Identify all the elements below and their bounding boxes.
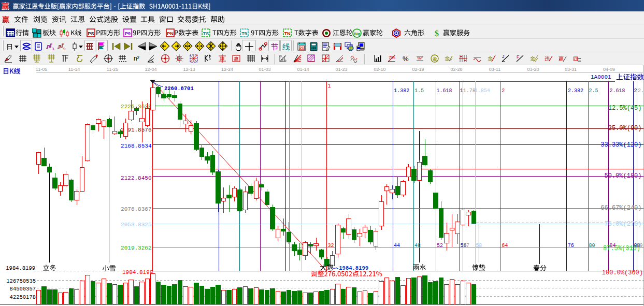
svg-text:2053.8325: 2053.8325 — [121, 222, 151, 228]
svg-text:1.78: 1.78 — [463, 88, 476, 94]
svg-text:89: 89 — [637, 243, 643, 249]
svg-text:03-20: 03-20 — [527, 67, 539, 72]
svg-text:11-05: 11-05 — [36, 67, 47, 72]
svg-text:01-23: 01-23 — [335, 67, 347, 72]
svg-text:1984.8199: 1984.8199 — [6, 265, 35, 271]
svg-text:02-28: 02-28 — [450, 67, 462, 72]
svg-text:12.5%(45): 12.5%(45) — [608, 105, 642, 112]
svg-text:03-11: 03-11 — [489, 67, 500, 72]
svg-text:2122.8450: 2122.8450 — [121, 175, 151, 181]
svg-text:80: 80 — [589, 243, 595, 249]
svg-text:04-09: 04-09 — [603, 67, 615, 72]
svg-text:1.854: 1.854 — [475, 88, 490, 94]
svg-text:126750535: 126750535 — [6, 278, 36, 284]
svg-text:76: 76 — [568, 243, 574, 249]
svg-text:11-14: 11-14 — [68, 67, 80, 72]
svg-text:2.382: 2.382 — [568, 88, 583, 94]
svg-text:2.: 2. — [638, 88, 644, 94]
svg-text:-1984.8199: -1984.8199 — [336, 265, 368, 271]
svg-text:84500357: 84500357 — [10, 286, 36, 292]
svg-text:12-04: 12-04 — [145, 67, 156, 72]
svg-text:32: 32 — [328, 243, 334, 249]
svg-text:01-03: 01-03 — [259, 67, 270, 72]
svg-text:66.67%(240): 66.67%(240) — [600, 205, 641, 212]
svg-text:1984.8199: 1984.8199 — [122, 269, 153, 275]
svg-text:48: 48 — [414, 243, 421, 249]
svg-text:25.0%(90): 25.0%(90) — [608, 125, 642, 132]
svg-text:2.618: 2.618 — [609, 88, 625, 94]
svg-text:2168.8534: 2168.8534 — [121, 143, 152, 149]
svg-text:42250178: 42250178 — [10, 294, 36, 300]
svg-text:33.33%(120): 33.33%(120) — [600, 141, 641, 149]
svg-text:01-14: 01-14 — [297, 67, 309, 72]
svg-text:02-19: 02-19 — [412, 67, 424, 72]
svg-text:11-25: 11-25 — [107, 67, 118, 72]
svg-text:1.5: 1.5 — [414, 88, 424, 94]
svg-text:52: 52 — [437, 243, 443, 249]
svg-text:1.382: 1.382 — [394, 88, 409, 94]
svg-text:44: 44 — [394, 243, 400, 249]
svg-text:64: 64 — [502, 243, 508, 249]
svg-text:1.618: 1.618 — [437, 88, 452, 94]
svg-text:2: 2 — [502, 88, 505, 94]
svg-text:1: 1 — [328, 83, 331, 89]
svg-text:58: 58 — [476, 243, 482, 249]
svg-text:50.0%(180): 50.0%(180) — [604, 172, 641, 180]
svg-text:2: 2 — [634, 88, 637, 94]
svg-text:12-13: 12-13 — [183, 67, 195, 72]
svg-text:100.0%(360): 100.0%(360) — [602, 269, 643, 276]
svg-text:75.0%(270): 75.0%(270) — [604, 221, 641, 228]
svg-text:57: 57 — [463, 243, 469, 249]
svg-text:02-10: 02-10 — [374, 67, 385, 72]
svg-text:2260.8701: 2260.8701 — [164, 85, 194, 92]
svg-text:84: 84 — [609, 243, 616, 249]
svg-text:2076.8367: 2076.8367 — [121, 206, 151, 212]
svg-text:12-24: 12-24 — [221, 67, 233, 72]
svg-text:03-31: 03-31 — [565, 67, 577, 72]
svg-text:2.5: 2.5 — [589, 88, 598, 94]
svg-text:2019.3262: 2019.3262 — [121, 245, 151, 251]
svg-text:1A0001: 1A0001 — [591, 74, 611, 80]
